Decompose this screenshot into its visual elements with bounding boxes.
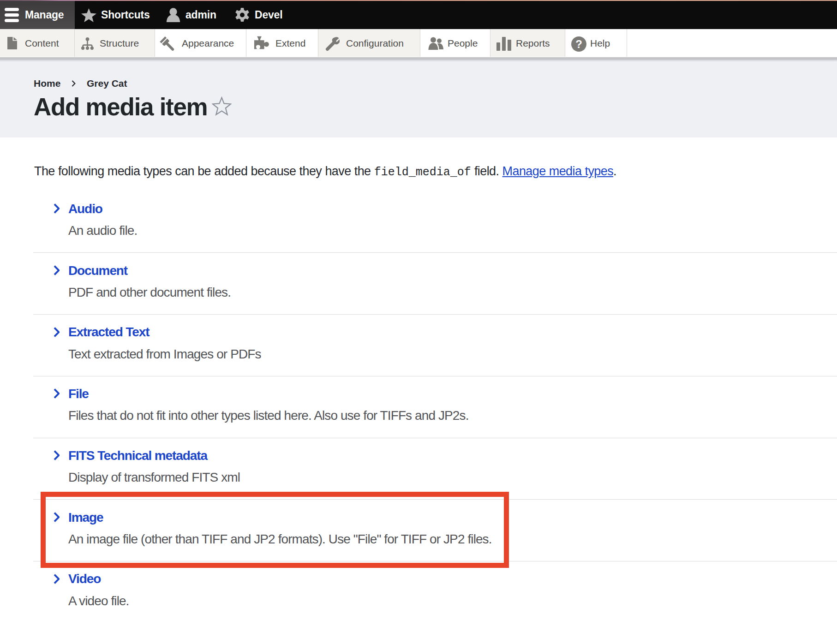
svg-text:?: ? [575,38,582,50]
